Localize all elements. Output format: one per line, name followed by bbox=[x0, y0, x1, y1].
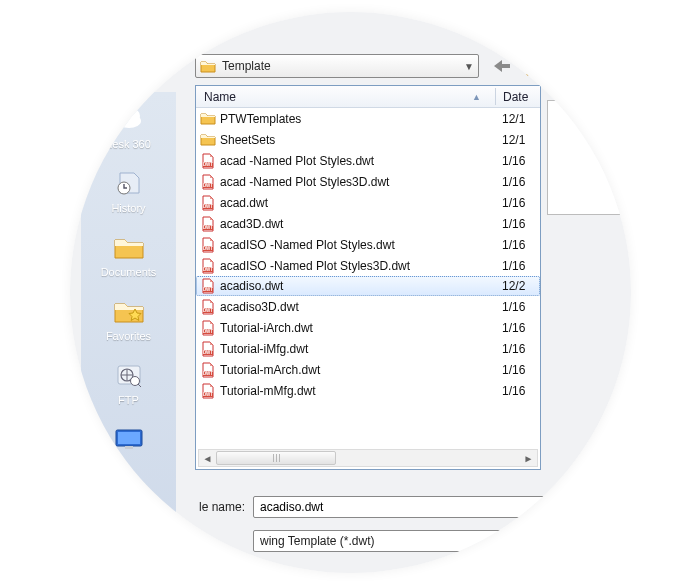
dwt-file-icon: DWT bbox=[200, 216, 216, 232]
svg-rect-8 bbox=[118, 432, 140, 444]
history-icon bbox=[111, 168, 147, 198]
lookin-toolbar: Template ▼ bbox=[195, 52, 631, 80]
preview-label: Preview bbox=[547, 80, 631, 94]
dwt-file-icon: DWT bbox=[200, 258, 216, 274]
file-type-dropdown[interactable]: wing Template (*.dwt) ▼ bbox=[253, 530, 615, 552]
file-date: 1/16 bbox=[502, 363, 536, 377]
sidebar-item-ftp[interactable]: FTP bbox=[81, 360, 176, 406]
file-row[interactable]: DWTTutorial-mMfg.dwt1/16 bbox=[196, 380, 540, 401]
sidebar-item-label: History bbox=[111, 202, 145, 214]
column-name[interactable]: Name ▲ bbox=[196, 86, 495, 107]
file-name: acad -Named Plot Styles.dwt bbox=[220, 154, 502, 168]
up-folder-button[interactable] bbox=[525, 55, 551, 77]
sidebar-item-label: Favorites bbox=[106, 330, 151, 342]
column-date[interactable]: Date bbox=[495, 86, 540, 107]
folder-icon bbox=[200, 132, 216, 148]
preview-panel: Preview bbox=[547, 80, 631, 215]
file-date: 12/1 bbox=[502, 133, 536, 147]
svg-text:DWT: DWT bbox=[203, 392, 213, 397]
sidebar-item-history[interactable]: History bbox=[81, 168, 176, 214]
file-name: acadISO -Named Plot Styles3D.dwt bbox=[220, 259, 502, 273]
file-row[interactable]: DWTTutorial-iArch.dwt1/16 bbox=[196, 317, 540, 338]
file-name: Tutorial-iMfg.dwt bbox=[220, 342, 502, 356]
file-row[interactable]: DWTacad -Named Plot Styles3D.dwt1/16 bbox=[196, 171, 540, 192]
dwt-file-icon: DWT bbox=[200, 237, 216, 253]
sidebar-item-label: FTP bbox=[118, 394, 139, 406]
svg-rect-9 bbox=[125, 446, 133, 449]
file-row[interactable]: DWTacadISO -Named Plot Styles.dwt1/16 bbox=[196, 234, 540, 255]
lookin-dropdown[interactable]: Template ▼ bbox=[195, 54, 479, 78]
file-row[interactable]: SheetSets12/1 bbox=[196, 129, 540, 150]
file-name: acadISO -Named Plot Styles.dwt bbox=[220, 238, 502, 252]
sidebar-item-desktop[interactable] bbox=[81, 424, 176, 458]
file-date: 1/16 bbox=[502, 217, 536, 231]
desktop-icon bbox=[111, 424, 147, 454]
scroll-right-button[interactable]: ► bbox=[520, 450, 537, 466]
file-row[interactable]: DWTacad -Named Plot Styles.dwt1/16 bbox=[196, 150, 540, 171]
svg-text:DWT: DWT bbox=[203, 308, 213, 313]
file-row[interactable]: DWTacadiso.dwt12/2 bbox=[196, 276, 540, 296]
svg-text:DWT: DWT bbox=[203, 204, 213, 209]
sidebar-item-favorites[interactable]: Favorites bbox=[81, 296, 176, 342]
svg-text:DWT: DWT bbox=[203, 225, 213, 230]
file-row[interactable]: DWTTutorial-iMfg.dwt1/16 bbox=[196, 338, 540, 359]
file-name: acadiso.dwt bbox=[220, 279, 502, 293]
sidebar-item-label: Documents bbox=[101, 266, 157, 278]
scroll-track[interactable] bbox=[216, 450, 520, 466]
file-row[interactable]: DWTacad3D.dwt1/16 bbox=[196, 213, 540, 234]
svg-text:DWT: DWT bbox=[203, 162, 213, 167]
file-row[interactable]: PTWTemplates12/1 bbox=[196, 108, 540, 129]
dwt-file-icon: DWT bbox=[200, 195, 216, 211]
file-name: Tutorial-mMfg.dwt bbox=[220, 384, 502, 398]
file-row[interactable]: DWTacadiso3D.dwt1/16 bbox=[196, 296, 540, 317]
file-date: 1/16 bbox=[502, 154, 536, 168]
svg-text:DWT: DWT bbox=[203, 329, 213, 334]
file-name-section: le name: wing Template (*.dwt) ▼ bbox=[185, 495, 615, 553]
svg-text:DWT: DWT bbox=[203, 287, 213, 292]
file-date: 1/16 bbox=[502, 321, 536, 335]
svg-text:DWT: DWT bbox=[203, 183, 213, 188]
file-name-label: le name: bbox=[185, 500, 245, 514]
file-name: acad3D.dwt bbox=[220, 217, 502, 231]
file-name-input[interactable] bbox=[253, 496, 615, 518]
favorites-icon bbox=[111, 296, 147, 326]
chevron-down-icon: ▼ bbox=[464, 61, 474, 72]
file-row[interactable]: DWTacadISO -Named Plot Styles3D.dwt1/16 bbox=[196, 255, 540, 276]
back-button[interactable] bbox=[491, 55, 513, 77]
documents-icon bbox=[111, 232, 147, 262]
file-date: 12/2 bbox=[502, 279, 536, 293]
svg-text:DWT: DWT bbox=[203, 267, 213, 272]
file-name: acadiso3D.dwt bbox=[220, 300, 502, 314]
file-date: 1/16 bbox=[502, 175, 536, 189]
sort-indicator-icon: ▲ bbox=[472, 92, 487, 102]
sidebar-item-desk-360[interactable]: desk 360 bbox=[81, 104, 176, 150]
svg-text:DWT: DWT bbox=[203, 371, 213, 376]
horizontal-scrollbar[interactable]: ◄ ► bbox=[198, 449, 538, 467]
svg-text:DWT: DWT bbox=[203, 350, 213, 355]
dwt-file-icon: DWT bbox=[200, 383, 216, 399]
file-name: PTWTemplates bbox=[220, 112, 502, 126]
dwt-file-icon: DWT bbox=[200, 362, 216, 378]
places-sidebar: desk 360HistoryDocumentsFavoritesFTP bbox=[81, 92, 176, 552]
file-date: 1/16 bbox=[502, 259, 536, 273]
folder-icon bbox=[200, 111, 216, 127]
scroll-thumb[interactable] bbox=[216, 451, 336, 465]
sidebar-item-label: desk 360 bbox=[106, 138, 151, 150]
sidebar-item-documents[interactable]: Documents bbox=[81, 232, 176, 278]
file-row[interactable]: DWTacad.dwt1/16 bbox=[196, 192, 540, 213]
file-date: 1/16 bbox=[502, 238, 536, 252]
file-row[interactable]: DWTTutorial-mArch.dwt1/16 bbox=[196, 359, 540, 380]
file-date: 1/16 bbox=[502, 196, 536, 210]
dwt-file-icon: DWT bbox=[200, 299, 216, 315]
svg-point-2 bbox=[126, 109, 140, 123]
file-list: Name ▲ Date PTWTemplates12/1SheetSets12/… bbox=[195, 85, 541, 470]
folder-icon bbox=[200, 59, 216, 73]
chevron-down-icon: ▼ bbox=[598, 536, 608, 547]
file-date: 1/16 bbox=[502, 384, 536, 398]
dwt-file-icon: DWT bbox=[200, 320, 216, 336]
file-list-header[interactable]: Name ▲ Date bbox=[196, 86, 540, 108]
dwt-file-icon: DWT bbox=[200, 174, 216, 190]
file-name: SheetSets bbox=[220, 133, 502, 147]
lookin-value: Template bbox=[222, 59, 271, 73]
scroll-left-button[interactable]: ◄ bbox=[199, 450, 216, 466]
